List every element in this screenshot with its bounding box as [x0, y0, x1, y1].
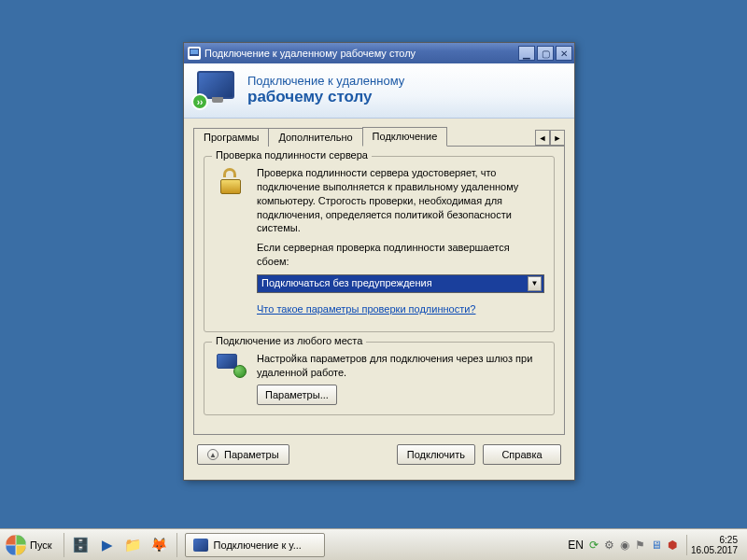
- group-connect-anywhere: Подключение из любого места Настройка па…: [204, 342, 555, 416]
- banner-text: Подключение к удаленному рабочему столу: [247, 74, 404, 106]
- clock-time: 6:25: [691, 535, 738, 545]
- start-label: Пуск: [30, 539, 52, 551]
- auth-paragraph-2: Если серверная проверка подлинности заве…: [257, 241, 544, 269]
- quicklaunch-firefox-icon[interactable]: 🦊: [148, 533, 171, 557]
- close-button[interactable]: ✕: [556, 46, 572, 61]
- gateway-icon: [214, 352, 249, 406]
- banner-line1: Подключение к удаленному: [247, 74, 404, 88]
- tab-scroll-right[interactable]: ►: [550, 130, 565, 146]
- quicklaunch-server-manager-icon[interactable]: 🗄️: [70, 533, 92, 557]
- chevron-down-icon[interactable]: ▼: [528, 276, 542, 291]
- options-toggle-button[interactable]: ▲ Параметры: [197, 444, 289, 465]
- tray-network-icon[interactable]: ⚙: [604, 539, 614, 552]
- tray-speaker-icon[interactable]: ◉: [620, 539, 629, 552]
- tab-programs[interactable]: Программы: [193, 128, 269, 147]
- minimize-button[interactable]: ▁: [518, 46, 535, 61]
- auth-paragraph-1: Проверка подлинности сервера удостоверяе…: [257, 166, 544, 235]
- tray-flag-icon[interactable]: ⚑: [635, 539, 645, 552]
- tray-alert-icon[interactable]: ⬢: [668, 539, 677, 552]
- clock-date: 16.05.2017: [691, 545, 738, 555]
- taskbar-separator: [63, 533, 64, 557]
- dialog-button-row: ▲ Параметры Подключить Справка: [193, 435, 565, 469]
- header-banner: ›› Подключение к удаленному рабочему сто…: [184, 63, 574, 119]
- options-toggle-label: Параметры: [224, 449, 279, 460]
- gateway-settings-button[interactable]: Параметры...: [257, 385, 337, 405]
- tray-refresh-icon[interactable]: ⟳: [589, 539, 599, 552]
- language-indicator[interactable]: EN: [568, 539, 584, 552]
- tab-strip: Программы Дополнительно Подключение ◄ ►: [193, 126, 565, 147]
- taskbar-task-rdp[interactable]: Подключение к у...: [185, 533, 325, 557]
- banner-line2: рабочему столу: [247, 88, 404, 106]
- tab-scroll-left[interactable]: ◄: [535, 130, 550, 146]
- taskbar-task-label: Подключение к у...: [214, 539, 302, 551]
- tray-clock[interactable]: 6:25 16.05.2017: [686, 535, 741, 555]
- maximize-button[interactable]: ▢: [537, 46, 554, 61]
- group-server-auth: Проверка подлинности сервера Проверка по…: [204, 156, 555, 332]
- group-connect-anywhere-legend: Подключение из любого места: [212, 335, 366, 346]
- window-title: Подключение к удаленному рабочему столу: [204, 48, 516, 59]
- rdp-logo-icon: ››: [193, 71, 238, 108]
- rdp-task-icon: [193, 539, 208, 552]
- tab-advanced[interactable]: Дополнительно: [268, 128, 362, 147]
- taskbar: Пуск 🗄️ ▶ 📁 🦊 Подключение к у... EN ⟳ ⚙ …: [0, 528, 747, 560]
- titlebar[interactable]: Подключение к удаленному рабочему столу …: [184, 43, 574, 63]
- start-button[interactable]: Пуск: [2, 531, 60, 559]
- tab-connection[interactable]: Подключение: [362, 127, 448, 147]
- connect-button[interactable]: Подключить: [397, 444, 475, 465]
- help-button[interactable]: Справка: [483, 444, 561, 465]
- windows-orb-icon: [6, 535, 26, 555]
- rdp-window: Подключение к удаленному рабочему столу …: [183, 42, 575, 481]
- tab-scroll: ◄ ►: [535, 130, 565, 146]
- svg-rect-1: [190, 49, 198, 54]
- tray-monitor-icon[interactable]: 🖥: [651, 539, 662, 552]
- client-area: Программы Дополнительно Подключение ◄ ► …: [184, 119, 574, 480]
- tab-panel-connection: Проверка подлинности сервера Проверка по…: [193, 147, 565, 435]
- combo-selected-value: Подключаться без предупреждения: [261, 276, 528, 290]
- lock-icon: [214, 166, 249, 322]
- system-tray: EN ⟳ ⚙ ◉ ⚑ 🖥 ⬢ 6:25 16.05.2017: [568, 535, 747, 555]
- quicklaunch-explorer-icon[interactable]: 📁: [122, 533, 145, 557]
- anywhere-paragraph: Настройка параметров для подключения чер…: [257, 352, 544, 380]
- auth-help-link[interactable]: Что такое параметры проверки подлинности…: [257, 303, 475, 315]
- rdp-titlebar-icon: [188, 47, 201, 60]
- group-server-auth-legend: Проверка подлинности сервера: [212, 149, 372, 161]
- taskbar-separator: [176, 533, 177, 557]
- chevron-up-icon: ▲: [207, 449, 218, 460]
- auth-failure-action-combo[interactable]: Подключаться без предупреждения ▼: [257, 274, 544, 293]
- quicklaunch-powershell-icon[interactable]: ▶: [96, 533, 119, 557]
